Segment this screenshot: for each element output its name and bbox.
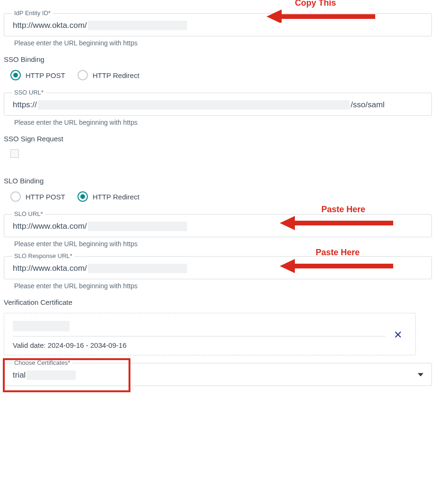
- slo-url-helper: Please enter the URL beginning with http…: [14, 240, 444, 248]
- radio-label: HTTP Redirect: [93, 193, 139, 201]
- radio-slo-http-redirect[interactable]: HTTP Redirect: [78, 191, 139, 202]
- sso-url-field: SSO URL* https:// /sso/saml: [4, 93, 432, 116]
- slo-binding-radio-group: HTTP POST HTTP Redirect: [10, 191, 444, 202]
- radio-sso-http-post[interactable]: HTTP POST: [10, 70, 65, 80]
- annotation-text: Copy This: [295, 0, 336, 8]
- sso-url-value-suffix: /sso/saml: [351, 100, 385, 110]
- choose-certificates-value-prefix: trial: [13, 370, 26, 380]
- radio-label: HTTP Redirect: [93, 71, 139, 79]
- slo-url-input[interactable]: http://www.okta.com/: [4, 214, 432, 237]
- redacted-mask: [88, 222, 187, 231]
- redacted-mask: [26, 370, 76, 380]
- redacted-mask: [13, 321, 69, 331]
- choose-certificates-select[interactable]: trial: [4, 363, 432, 386]
- slo-url-label: SLO URL*: [12, 210, 45, 217]
- redacted-mask: [88, 264, 187, 273]
- certificate-card: Valid date: 2024-09-16 - 2034-09-16 ✕: [4, 313, 416, 355]
- idp-entity-id-input[interactable]: http://www.okta.com/: [4, 13, 432, 36]
- sso-url-helper: Please enter the URL beginning with http…: [14, 119, 444, 126]
- slo-binding-label: SLO Binding: [4, 177, 444, 185]
- idp-entity-id-label: IdP Entity ID*: [12, 9, 52, 17]
- slo-response-url-value-prefix: http://www.okta.com/: [13, 264, 87, 273]
- remove-certificate-button[interactable]: ✕: [389, 329, 407, 341]
- sso-binding-radio-group: HTTP POST HTTP Redirect: [10, 70, 444, 80]
- divider: [13, 336, 385, 336]
- radio-label: HTTP POST: [26, 193, 65, 201]
- choose-certificates-field: Choose Certificates* trial: [4, 363, 432, 386]
- redacted-mask: [38, 100, 350, 110]
- slo-response-url-label: SLO Response URL*: [12, 252, 74, 259]
- sso-url-value-prefix: https://: [13, 100, 37, 110]
- radio-icon: [78, 70, 88, 80]
- annotation-text: Paste Here: [321, 205, 365, 215]
- radio-sso-http-redirect[interactable]: HTTP Redirect: [78, 70, 139, 80]
- sso-sign-request-checkbox[interactable]: [10, 149, 19, 158]
- idp-entity-id-value-prefix: http://www.okta.com/: [13, 21, 87, 30]
- sso-sign-request-label: SSO Sign Request: [4, 135, 444, 143]
- radio-icon: [78, 191, 88, 202]
- radio-slo-http-post[interactable]: HTTP POST: [10, 191, 65, 202]
- slo-url-value-prefix: http://www.okta.com/: [13, 222, 87, 231]
- slo-response-url-field: Paste Here SLO Response URL* http://www.…: [4, 256, 432, 279]
- slo-response-url-helper: Please enter the URL beginning with http…: [14, 282, 444, 290]
- idp-entity-id-helper: Please enter the URL beginning with http…: [14, 39, 444, 47]
- radio-label: HTTP POST: [26, 71, 65, 79]
- choose-certificates-label: Choose Certificates*: [12, 359, 72, 366]
- slo-response-url-input[interactable]: http://www.okta.com/: [4, 256, 432, 279]
- redacted-mask: [88, 21, 187, 30]
- verification-certificate-label: Verification Certificate: [4, 298, 444, 306]
- slo-url-field: Paste Here SLO URL* http://www.okta.com/: [4, 214, 432, 237]
- sso-url-input[interactable]: https:// /sso/saml: [4, 93, 432, 116]
- chevron-down-icon: [418, 373, 423, 376]
- radio-icon: [10, 70, 21, 80]
- idp-entity-id-field: Copy This IdP Entity ID* http://www.okta…: [4, 13, 432, 36]
- sso-binding-label: SSO Binding: [4, 55, 444, 63]
- close-icon: ✕: [394, 329, 402, 341]
- sso-url-label: SSO URL*: [12, 89, 45, 96]
- certificate-valid-date: Valid date: 2024-09-16 - 2034-09-16: [13, 341, 389, 349]
- radio-icon: [10, 191, 21, 202]
